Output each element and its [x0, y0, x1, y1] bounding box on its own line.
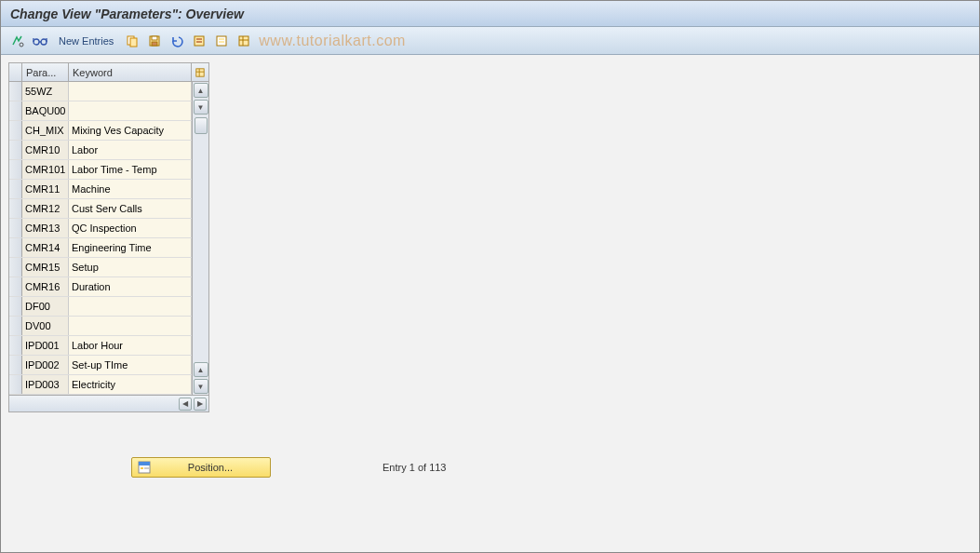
cell-para[interactable]: IPD002: [22, 356, 69, 374]
vertical-scrollbar[interactable]: ▲ ▼ ▲ ▼: [192, 82, 208, 395]
position-button-label: Position...: [156, 462, 264, 473]
table-row: CMR11Machine: [9, 180, 192, 199]
table-row: CMR14Engineering Time: [9, 238, 192, 258]
row-selector[interactable]: [9, 141, 22, 159]
cell-keyword[interactable]: Labor Time - Temp: [69, 160, 192, 179]
select-all-column[interactable]: [9, 63, 22, 81]
page-title: Change View "Parameters": Overview: [10, 7, 244, 21]
watermark-text: www.tutorialkart.com: [259, 33, 406, 49]
cell-keyword[interactable]: Electricity: [69, 375, 192, 394]
deselect-all-icon[interactable]: [212, 32, 231, 50]
cell-para[interactable]: 55WZ: [22, 82, 69, 101]
cell-para[interactable]: CMR11: [22, 180, 69, 198]
row-selector[interactable]: [9, 199, 22, 218]
svg-rect-6: [152, 36, 157, 40]
cell-para[interactable]: CMR12: [22, 199, 69, 218]
svg-rect-9: [196, 38, 202, 40]
table-config-icon[interactable]: [192, 63, 208, 81]
new-entries-link[interactable]: New Entries: [59, 35, 114, 47]
svg-rect-15: [196, 68, 204, 75]
row-selector[interactable]: [9, 356, 22, 374]
scroll-down-button[interactable]: ▼: [194, 100, 208, 115]
row-selector[interactable]: [9, 317, 22, 335]
row-selector[interactable]: [9, 258, 22, 276]
position-button[interactable]: Position...: [131, 457, 271, 478]
toolbar: New Entries www.tutorialkart.com: [1, 27, 979, 55]
cell-keyword[interactable]: Labor: [69, 141, 192, 159]
cell-keyword[interactable]: Engineering Time: [69, 238, 192, 257]
row-selector[interactable]: [9, 180, 22, 198]
column-header-keyword[interactable]: Keyword: [69, 63, 192, 81]
row-selector[interactable]: [9, 238, 22, 257]
save-icon[interactable]: [145, 32, 164, 50]
cell-para[interactable]: CMR101: [22, 160, 69, 179]
cell-para[interactable]: IPD003: [22, 375, 69, 394]
table-row: DV00: [9, 317, 192, 336]
cell-keyword[interactable]: Duration: [69, 277, 192, 296]
parameters-table: Para... Keyword 55WZBAQU00CH_MIXMixing V…: [8, 62, 209, 412]
cell-keyword[interactable]: Cust Serv Calls: [69, 199, 192, 218]
row-selector[interactable]: [9, 297, 22, 316]
table-row: IPD002Set-up TIme: [9, 356, 192, 375]
table-row: IPD001Labor Hour: [9, 336, 192, 356]
cell-keyword[interactable]: Setup: [69, 258, 192, 276]
cell-para[interactable]: CMR10: [22, 141, 69, 159]
row-selector[interactable]: [9, 375, 22, 394]
row-selector[interactable]: [9, 160, 22, 179]
undo-icon[interactable]: [168, 32, 186, 50]
scroll-thumb[interactable]: [195, 117, 208, 134]
cell-keyword[interactable]: [69, 101, 192, 120]
table-row: DF00: [9, 297, 192, 317]
scroll-down-button-2[interactable]: ▼: [194, 379, 208, 394]
toggle-display-icon[interactable]: [8, 32, 27, 50]
copy-icon[interactable]: [123, 32, 141, 50]
cell-para[interactable]: CMR13: [22, 219, 69, 237]
cell-para[interactable]: CMR14: [22, 238, 69, 257]
svg-rect-18: [141, 467, 143, 469]
row-selector[interactable]: [9, 336, 22, 355]
svg-point-0: [20, 43, 23, 47]
cell-para[interactable]: CH_MIX: [22, 121, 69, 140]
scroll-up-button[interactable]: ▲: [194, 83, 208, 98]
row-selector[interactable]: [9, 121, 22, 140]
table-row: CH_MIXMixing Ves Capacity: [9, 121, 192, 141]
content-area: Para... Keyword 55WZBAQU00CH_MIXMixing V…: [1, 55, 979, 420]
row-selector[interactable]: [9, 101, 22, 120]
table-row: CMR13QC Inspection: [9, 219, 192, 238]
cell-keyword[interactable]: Labor Hour: [69, 336, 192, 355]
cell-keyword[interactable]: Mixing Ves Capacity: [69, 121, 192, 140]
table-row: BAQU00: [9, 101, 192, 121]
table-row: 55WZ: [9, 82, 192, 101]
column-header-para[interactable]: Para...: [22, 63, 69, 81]
table-footer: ◀ ▶: [9, 395, 208, 411]
cell-para[interactable]: DV00: [22, 317, 69, 335]
svg-rect-4: [130, 38, 137, 47]
scroll-up-button-2[interactable]: ▲: [194, 362, 208, 377]
cell-para[interactable]: CMR16: [22, 277, 69, 296]
table-row: CMR10Labor: [9, 141, 192, 160]
glasses-icon[interactable]: [31, 32, 49, 50]
svg-rect-13: [219, 41, 224, 43]
svg-rect-12: [219, 38, 224, 40]
cell-keyword[interactable]: Machine: [69, 180, 192, 198]
cell-keyword[interactable]: [69, 317, 192, 335]
svg-rect-10: [196, 41, 202, 43]
cell-keyword[interactable]: Set-up TIme: [69, 356, 192, 374]
svg-rect-19: [144, 467, 149, 469]
cell-keyword[interactable]: [69, 297, 192, 316]
scroll-right-button[interactable]: ▶: [194, 398, 207, 411]
select-all-icon[interactable]: [190, 32, 208, 50]
cell-para[interactable]: DF00: [22, 297, 69, 316]
cell-keyword[interactable]: QC Inspection: [69, 219, 192, 237]
scroll-left-button[interactable]: ◀: [179, 398, 192, 411]
row-selector[interactable]: [9, 82, 22, 101]
svg-point-2: [41, 39, 47, 45]
bottom-bar: Position... Entry 1 of 113: [1, 457, 979, 478]
cell-keyword[interactable]: [69, 82, 192, 101]
row-selector[interactable]: [9, 219, 22, 237]
cell-para[interactable]: CMR15: [22, 258, 69, 276]
cell-para[interactable]: IPD001: [22, 336, 69, 355]
table-settings-icon[interactable]: [235, 32, 253, 50]
cell-para[interactable]: BAQU00: [22, 101, 69, 120]
row-selector[interactable]: [9, 277, 22, 296]
